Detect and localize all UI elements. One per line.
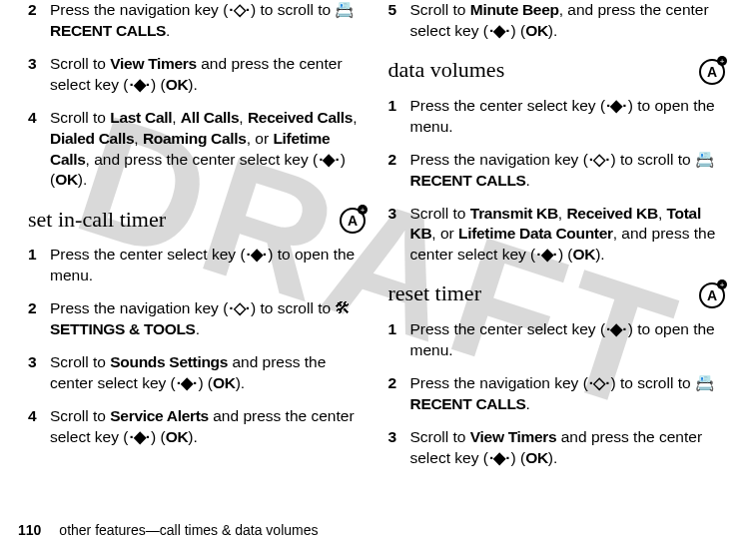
- svg-text:+: +: [720, 57, 725, 66]
- page-content: 2Press the navigation key (·◇·) to scrol…: [0, 0, 756, 504]
- step-number: 3: [28, 54, 50, 96]
- step-text: Scroll to Sounds Settings and press the …: [50, 352, 369, 394]
- step-text: Press the center select key (·◆·) to ope…: [410, 319, 729, 361]
- step-text: Press the navigation key (·◇·) to scroll…: [410, 150, 729, 192]
- step-number: 2: [388, 373, 410, 415]
- instruction-step: 3Scroll to View Timers and press the cen…: [28, 54, 369, 96]
- step-number: 3: [28, 352, 50, 394]
- step-number: 2: [388, 150, 410, 192]
- instruction-step: 4Scroll to Service Alerts and press the …: [28, 406, 369, 448]
- step-number: 3: [388, 427, 410, 469]
- svg-text:A: A: [707, 287, 717, 303]
- heading-in-call-timer: set in-call timer: [28, 205, 166, 235]
- step-text: Press the navigation key (·◇·) to scroll…: [410, 373, 729, 415]
- step-number: 1: [388, 96, 410, 138]
- instruction-step: 1Press the center select key (·◆·) to op…: [28, 245, 369, 286]
- menu-icon: 📇: [695, 374, 714, 391]
- step-number: 4: [28, 406, 50, 448]
- instruction-step: 5Scroll to Minute Beep, and press the ce…: [388, 0, 729, 42]
- heading-reset-timer: reset timer: [388, 278, 481, 308]
- right-column: 5Scroll to Minute Beep, and press the ce…: [378, 0, 739, 504]
- step-text: Scroll to Service Alerts and press the c…: [50, 406, 369, 448]
- step-text: Scroll to Transmit KB, Received KB, Tota…: [410, 204, 729, 267]
- step-number: 5: [388, 0, 410, 42]
- step-text: Scroll to View Timers and press the cent…: [50, 54, 369, 96]
- instruction-step: 2Press the navigation key (·◇·) to scrol…: [388, 373, 729, 415]
- instruction-step: 2Press the navigation key (·◇·) to scrol…: [28, 0, 369, 42]
- footer-text: other features—call times & data volumes: [59, 522, 318, 538]
- right-steps-c: 1Press the center select key (·◆·) to op…: [388, 319, 729, 469]
- menu-icon: 📇: [335, 1, 354, 18]
- step-text: Press the center select key (·◆·) to ope…: [410, 96, 729, 138]
- instruction-step: 3Scroll to View Timers and press the cen…: [388, 427, 729, 469]
- page-footer: 110other features—call times & data volu…: [18, 522, 318, 538]
- menu-icon: 📇: [695, 151, 714, 168]
- feature-badge-icon: A+: [337, 203, 369, 235]
- right-steps-b: 1Press the center select key (·◆·) to op…: [388, 96, 729, 266]
- right-steps-a: 5Scroll to Minute Beep, and press the ce…: [388, 0, 729, 42]
- step-number: 2: [28, 0, 50, 42]
- svg-text:A: A: [347, 213, 357, 229]
- instruction-step: 3Scroll to Sounds Settings and press the…: [28, 352, 369, 394]
- left-steps-b: 1Press the center select key (·◆·) to op…: [28, 245, 369, 447]
- svg-text:A: A: [707, 64, 717, 80]
- step-number: 1: [388, 319, 410, 361]
- step-number: 2: [28, 298, 50, 340]
- left-column: 2Press the navigation key (·◇·) to scrol…: [18, 0, 378, 504]
- heading-data-volumes: data volumes: [388, 55, 505, 85]
- page-number: 110: [18, 522, 41, 538]
- svg-text:+: +: [720, 280, 725, 289]
- instruction-step: 1Press the center select key (·◆·) to op…: [388, 319, 729, 361]
- menu-icon: 🛠: [335, 299, 351, 316]
- instruction-step: 2Press the navigation key (·◇·) to scrol…: [28, 298, 369, 340]
- step-text: Scroll to Minute Beep, and press the cen…: [410, 0, 729, 42]
- step-number: 1: [28, 245, 50, 286]
- step-text: Scroll to View Timers and press the cent…: [410, 427, 729, 469]
- step-text: Scroll to Last Call, All Calls, Received…: [50, 108, 369, 192]
- feature-badge-icon: A+: [696, 277, 728, 309]
- instruction-step: 1Press the center select key (·◆·) to op…: [388, 96, 729, 138]
- left-steps-a: 2Press the navigation key (·◇·) to scrol…: [28, 0, 369, 191]
- instruction-step: 4Scroll to Last Call, All Calls, Receive…: [28, 108, 369, 192]
- svg-text:+: +: [360, 206, 365, 215]
- step-number: 4: [28, 108, 50, 192]
- step-text: Press the navigation key (·◇·) to scroll…: [50, 298, 369, 340]
- step-text: Press the navigation key (·◇·) to scroll…: [50, 0, 369, 42]
- instruction-step: 3Scroll to Transmit KB, Received KB, Tot…: [388, 204, 729, 267]
- feature-badge-icon: A+: [696, 54, 728, 86]
- step-number: 3: [388, 204, 410, 267]
- instruction-step: 2Press the navigation key (·◇·) to scrol…: [388, 150, 729, 192]
- step-text: Press the center select key (·◆·) to ope…: [50, 245, 369, 286]
